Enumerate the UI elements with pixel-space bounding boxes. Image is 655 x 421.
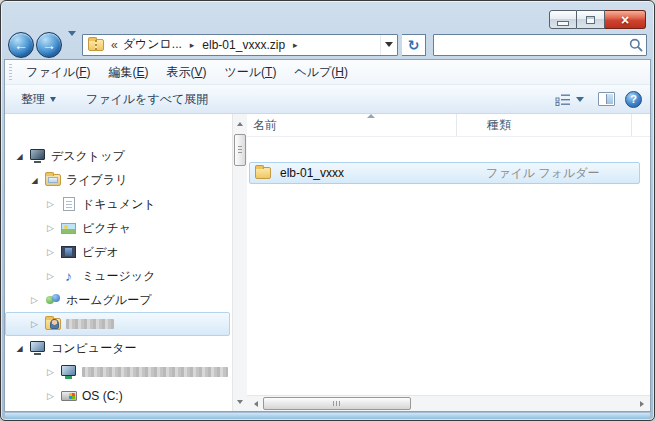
- restore-button[interactable]: [577, 10, 605, 29]
- folder-tree: ◢ デスクトップ ◢ ライブラリ ▷ ドキュメント: [5, 114, 232, 411]
- column-headers: 名前 種類: [247, 114, 650, 137]
- address-dropdown-button[interactable]: [380, 35, 397, 55]
- pictures-icon: [60, 220, 77, 236]
- scroll-thumb[interactable]: [234, 134, 246, 166]
- network-computer-icon: [60, 364, 77, 380]
- documents-icon: [60, 196, 77, 212]
- close-icon: ×: [621, 13, 629, 27]
- breadcrumb-separator-icon[interactable]: ▸: [288, 40, 303, 50]
- change-view-button[interactable]: [551, 89, 588, 109]
- preview-pane-button[interactable]: [598, 92, 615, 106]
- minimize-button[interactable]: [549, 10, 577, 29]
- arrow-up-icon: [237, 122, 243, 126]
- restore-icon: [586, 16, 595, 24]
- search-box: [433, 34, 647, 56]
- refresh-icon: ↻: [408, 37, 420, 53]
- sidebar-scrollbar[interactable]: [232, 114, 247, 411]
- file-name-cell: elb-01_vxxx: [250, 166, 456, 180]
- command-bar: 整理 ファイルをすべて展開: [5, 85, 650, 114]
- breadcrumb-item-downloads[interactable]: ダウンロ...: [120, 36, 185, 53]
- expander-open-icon[interactable]: ◢: [13, 344, 26, 353]
- menu-edit[interactable]: 編集(E): [99, 61, 157, 84]
- search-icon[interactable]: [626, 38, 646, 52]
- disk-icon: [60, 388, 77, 404]
- chevron-down-icon: [385, 42, 393, 47]
- menu-help[interactable]: ヘルプ(H): [285, 61, 357, 84]
- scroll-down-button[interactable]: [233, 394, 247, 409]
- window-controls: ×: [549, 10, 646, 29]
- menu-file[interactable]: ファイル(F): [17, 61, 99, 84]
- file-list-pane: 名前 種類 elb-01_vxxx ファイル フォルダー: [247, 114, 650, 411]
- menu-view[interactable]: 表示(V): [157, 61, 215, 84]
- scroll-left-button[interactable]: [248, 396, 263, 411]
- client-area: ファイル(F) 編集(E) 表示(V) ツール(T) ヘルプ(H) 整理 ファイ…: [4, 59, 651, 412]
- search-input[interactable]: [434, 36, 626, 54]
- expander-open-icon[interactable]: ◢: [13, 152, 26, 161]
- back-button[interactable]: ←: [8, 32, 34, 58]
- arrow-left-icon: [254, 401, 258, 407]
- tree-item-pictures[interactable]: ▷ ピクチャ: [5, 216, 232, 240]
- chevron-down-icon: [576, 97, 584, 102]
- breadcrumb[interactable]: « ダウンロ... ▸ elb-01_vxxx.zip ▸: [82, 34, 398, 56]
- tree-item-music[interactable]: ▷ ♪ ミュージック: [5, 264, 232, 288]
- expander-closed-icon[interactable]: ▷: [44, 223, 57, 233]
- menubar-grip[interactable]: [9, 64, 12, 80]
- minimize-icon: [558, 22, 568, 25]
- expander-closed-icon[interactable]: ▷: [28, 319, 41, 329]
- menu-tools[interactable]: ツール(T): [216, 61, 286, 84]
- tree-item-network-computer[interactable]: ▷: [5, 360, 232, 384]
- column-header-name[interactable]: 名前: [247, 114, 457, 136]
- tree-item-homegroup[interactable]: ▷ ホームグループ: [5, 288, 232, 312]
- forward-button[interactable]: →: [36, 32, 62, 58]
- arrow-down-icon: [237, 400, 243, 404]
- title-bar[interactable]: ×: [1, 1, 654, 30]
- tree-item-computer[interactable]: ◢ コンピューター: [5, 336, 232, 360]
- tree-item-documents[interactable]: ▷ ドキュメント: [5, 192, 232, 216]
- question-icon: ?: [630, 93, 637, 105]
- navigation-pane: ◢ デスクトップ ◢ ライブラリ ▷ ドキュメント: [5, 114, 247, 411]
- breadcrumb-separator-icon[interactable]: ▸: [185, 40, 200, 50]
- folder-icon: [255, 167, 271, 179]
- redacted-computer-name: [82, 367, 228, 377]
- expander-closed-icon[interactable]: ▷: [44, 271, 57, 281]
- column-header-filler: [632, 114, 650, 136]
- recent-pages-dropdown[interactable]: [66, 34, 78, 56]
- breadcrumb-overflow[interactable]: «: [107, 38, 120, 52]
- file-row-elb-01-vxxx[interactable]: elb-01_vxxx ファイル フォルダー: [249, 162, 640, 184]
- scroll-right-button[interactable]: [634, 396, 649, 411]
- tree-item-libraries[interactable]: ◢ ライブラリ: [5, 168, 232, 192]
- scroll-up-button[interactable]: [233, 116, 247, 131]
- homegroup-icon: [44, 292, 61, 308]
- expander-closed-icon[interactable]: ▷: [44, 367, 57, 377]
- expander-open-icon[interactable]: ◢: [28, 176, 41, 185]
- music-icon: ♪: [60, 268, 77, 284]
- arrow-right-icon: [640, 401, 644, 407]
- sort-ascending-icon: [367, 114, 375, 118]
- file-list: elb-01_vxxx ファイル フォルダー: [247, 137, 650, 395]
- refresh-button[interactable]: ↻: [402, 34, 426, 56]
- column-header-type[interactable]: 種類: [457, 114, 632, 136]
- chevron-down-icon: [68, 31, 76, 53]
- breadcrumb-item-zip[interactable]: elb-01_vxxx.zip: [199, 38, 288, 52]
- explorer-window: × ← → « ダウンロ... ▸ elb-01_vxxx.zip ▸ ↻: [0, 0, 655, 421]
- close-button[interactable]: ×: [605, 10, 646, 29]
- tree-item-desktop[interactable]: ◢ デスクトップ: [5, 144, 232, 168]
- expander-closed-icon[interactable]: ▷: [44, 199, 57, 209]
- expander-closed-icon[interactable]: ▷: [44, 247, 57, 257]
- file-type-cell: ファイル フォルダー: [456, 165, 600, 182]
- expander-closed-icon[interactable]: ▷: [44, 391, 57, 401]
- zip-folder-icon: [88, 39, 104, 51]
- expander-closed-icon[interactable]: ▷: [28, 295, 41, 305]
- organize-button[interactable]: 整理: [13, 87, 64, 112]
- tree-item-user-folder[interactable]: ▷: [5, 312, 230, 336]
- horizontal-scrollbar[interactable]: [247, 395, 650, 411]
- menu-bar: ファイル(F) 編集(E) 表示(V) ツール(T) ヘルプ(H): [5, 60, 650, 85]
- main-area: ◢ デスクトップ ◢ ライブラリ ▷ ドキュメント: [5, 114, 650, 411]
- extract-all-button[interactable]: ファイルをすべて展開: [78, 87, 216, 112]
- address-bar-row: ← → « ダウンロ... ▸ elb-01_vxxx.zip ▸ ↻: [1, 30, 654, 59]
- tree-item-videos[interactable]: ▷ ビデオ: [5, 240, 232, 264]
- scroll-thumb[interactable]: [263, 397, 411, 410]
- chevron-down-icon: [50, 97, 56, 102]
- tree-item-os-c-drive[interactable]: ▷ OS (C:): [5, 384, 232, 408]
- help-button[interactable]: ?: [625, 91, 642, 108]
